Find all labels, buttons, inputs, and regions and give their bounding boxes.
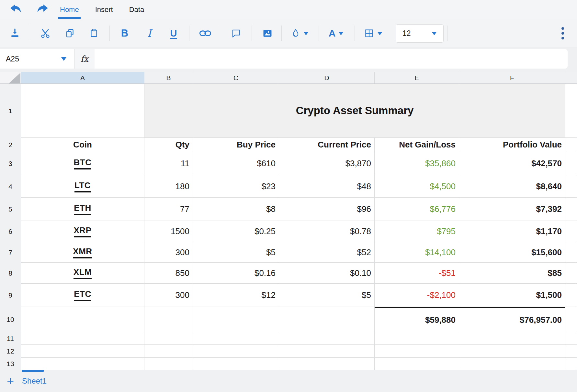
row-header-13[interactable]: 13: [0, 358, 21, 370]
cell-qty[interactable]: 11: [144, 152, 193, 175]
add-sheet-button[interactable]: +: [4, 374, 17, 388]
row-header-5[interactable]: 5: [0, 198, 21, 221]
cell-empty[interactable]: [21, 332, 144, 345]
cell-current-price[interactable]: $3,870: [279, 152, 375, 175]
row-header-11[interactable]: 11: [0, 332, 21, 345]
cell-a1[interactable]: [21, 84, 144, 138]
cell-empty[interactable]: [565, 138, 577, 152]
comment-button[interactable]: [229, 19, 243, 48]
cell-net-gain[interactable]: $795: [375, 221, 459, 242]
cell-net-gain[interactable]: -$2,100: [375, 284, 459, 307]
cell-empty[interactable]: [21, 345, 144, 358]
cell-empty[interactable]: [193, 358, 279, 370]
cell-coin[interactable]: ETC: [21, 284, 144, 307]
cell-coin[interactable]: XMR: [21, 242, 144, 263]
cell-qty[interactable]: 1500: [144, 221, 193, 242]
cell-buy-price[interactable]: $5: [193, 242, 279, 263]
cell-buy-price[interactable]: $0.25: [193, 221, 279, 242]
column-header-c[interactable]: C: [193, 72, 279, 83]
cell-empty[interactable]: [375, 358, 459, 370]
cell-current-price[interactable]: $52: [279, 242, 375, 263]
redo-button[interactable]: [34, 3, 51, 16]
row-header-8[interactable]: 8: [0, 263, 21, 284]
cell-empty[interactable]: [144, 358, 193, 370]
cell-portfolio-value[interactable]: $85: [459, 263, 565, 284]
cell-empty[interactable]: [565, 242, 577, 263]
paste-button[interactable]: [87, 19, 100, 48]
row-header-2[interactable]: 2: [0, 138, 21, 152]
cell-total-gain[interactable]: $59,880: [375, 307, 459, 332]
cell-net-gain[interactable]: $6,776: [375, 198, 459, 221]
link-button[interactable]: [198, 19, 212, 48]
cell-portfolio-value[interactable]: $1,170: [459, 221, 565, 242]
cell-empty[interactable]: [565, 307, 577, 332]
header-portfolio-value[interactable]: Portfolio Value: [459, 138, 565, 152]
cell-empty[interactable]: [144, 307, 193, 332]
tab-home[interactable]: Home: [59, 0, 80, 19]
cell-empty[interactable]: [565, 332, 577, 345]
cell-buy-price[interactable]: $12: [193, 284, 279, 307]
cell-empty[interactable]: [565, 175, 577, 198]
cell-empty[interactable]: [144, 345, 193, 358]
row-header-3[interactable]: 3: [0, 152, 21, 175]
cell-current-price[interactable]: $0.10: [279, 263, 375, 284]
cell-coin[interactable]: LTC: [21, 175, 144, 198]
cell-empty[interactable]: [193, 345, 279, 358]
tab-insert[interactable]: Insert: [94, 0, 114, 19]
cell-empty[interactable]: [21, 358, 144, 370]
cell-empty[interactable]: [565, 198, 577, 221]
cell-portfolio-value[interactable]: $15,600: [459, 242, 565, 263]
row-header-12[interactable]: 12: [0, 345, 21, 358]
sheet-tab-sheet1[interactable]: Sheet1: [22, 374, 47, 388]
cell-portfolio-value[interactable]: $8,640: [459, 175, 565, 198]
cell-portfolio-value[interactable]: $1,500: [459, 284, 565, 307]
cell-net-gain[interactable]: $14,100: [375, 242, 459, 263]
download-button[interactable]: [8, 19, 21, 48]
font-size-select[interactable]: 12: [396, 24, 444, 43]
borders-button[interactable]: [360, 19, 386, 48]
cut-button[interactable]: [39, 19, 52, 48]
cell-empty[interactable]: [459, 332, 565, 345]
row-header-7[interactable]: 7: [0, 242, 21, 263]
cell-portfolio-value[interactable]: $7,392: [459, 198, 565, 221]
more-button[interactable]: [556, 19, 570, 48]
row-header-10[interactable]: 10: [0, 307, 21, 332]
column-header-f[interactable]: F: [459, 72, 565, 83]
cell-empty[interactable]: [565, 221, 577, 242]
cell-empty[interactable]: [565, 152, 577, 175]
cell-current-price[interactable]: $48: [279, 175, 375, 198]
cell-qty[interactable]: 180: [144, 175, 193, 198]
column-header-e[interactable]: E: [375, 72, 459, 83]
cell-empty[interactable]: [193, 307, 279, 332]
cell-qty[interactable]: 300: [144, 284, 193, 307]
cell-qty[interactable]: 300: [144, 242, 193, 263]
row-header-6[interactable]: 6: [0, 221, 21, 242]
row-header-1[interactable]: 1: [0, 84, 21, 138]
row-header-4[interactable]: 4: [0, 175, 21, 198]
cell-empty[interactable]: [279, 307, 375, 332]
cell-net-gain[interactable]: $35,860: [375, 152, 459, 175]
cell-empty[interactable]: [459, 345, 565, 358]
cell-empty[interactable]: [279, 345, 375, 358]
column-header-a[interactable]: A: [21, 72, 144, 83]
text-color-button[interactable]: A: [324, 19, 348, 48]
header-net-gain-loss[interactable]: Net Gain/Loss: [375, 138, 459, 152]
formula-input[interactable]: [95, 49, 568, 69]
cell-coin[interactable]: BTC: [21, 152, 144, 175]
cell-empty[interactable]: [565, 358, 577, 370]
copy-button[interactable]: [63, 19, 76, 48]
cell-empty[interactable]: [565, 284, 577, 307]
column-header-b[interactable]: B: [144, 72, 193, 83]
cell-empty[interactable]: [144, 332, 193, 345]
cell-qty[interactable]: 77: [144, 198, 193, 221]
cell-coin[interactable]: XLM: [21, 263, 144, 284]
header-current-price[interactable]: Current Price: [279, 138, 375, 152]
column-header-d[interactable]: D: [279, 72, 375, 83]
cell-reference-box[interactable]: A25: [0, 49, 74, 69]
undo-button[interactable]: [8, 3, 25, 16]
header-coin[interactable]: Coin: [21, 138, 144, 152]
header-buy-price[interactable]: Buy Price: [193, 138, 279, 152]
cell-empty[interactable]: [193, 332, 279, 345]
cell-current-price[interactable]: $96: [279, 198, 375, 221]
image-button[interactable]: [261, 19, 274, 48]
